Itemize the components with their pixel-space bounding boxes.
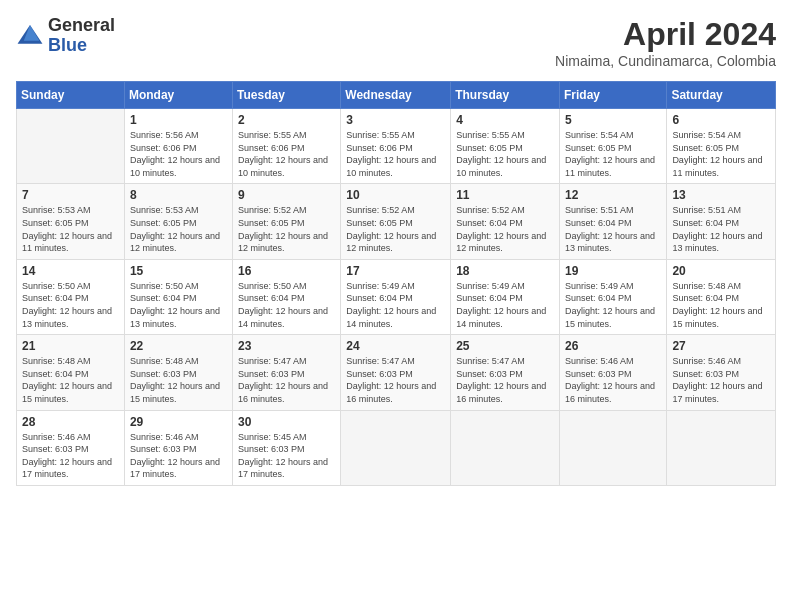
sunrise: Sunrise: 5:48 AM: [672, 281, 741, 291]
calendar-cell: 29 Sunrise: 5:46 AM Sunset: 6:03 PM Dayl…: [124, 410, 232, 485]
daylight: Daylight: 12 hours and 12 minutes.: [456, 231, 546, 254]
calendar-cell: 19 Sunrise: 5:49 AM Sunset: 6:04 PM Dayl…: [559, 259, 666, 334]
sunset: Sunset: 6:04 PM: [22, 369, 89, 379]
day-number: 14: [22, 264, 119, 278]
calendar-cell: 9 Sunrise: 5:52 AM Sunset: 6:05 PM Dayli…: [233, 184, 341, 259]
day-number: 30: [238, 415, 335, 429]
sunrise: Sunrise: 5:52 AM: [238, 205, 307, 215]
sunrise: Sunrise: 5:55 AM: [346, 130, 415, 140]
calendar-cell: 16 Sunrise: 5:50 AM Sunset: 6:04 PM Dayl…: [233, 259, 341, 334]
sunrise: Sunrise: 5:46 AM: [672, 356, 741, 366]
day-number: 1: [130, 113, 227, 127]
calendar-cell: 28 Sunrise: 5:46 AM Sunset: 6:03 PM Dayl…: [17, 410, 125, 485]
calendar-cell: 2 Sunrise: 5:55 AM Sunset: 6:06 PM Dayli…: [233, 109, 341, 184]
sunset: Sunset: 6:03 PM: [22, 444, 89, 454]
sunrise: Sunrise: 5:54 AM: [672, 130, 741, 140]
daylight: Daylight: 12 hours and 11 minutes.: [672, 155, 762, 178]
calendar-cell: 22 Sunrise: 5:48 AM Sunset: 6:03 PM Dayl…: [124, 335, 232, 410]
sunset: Sunset: 6:04 PM: [672, 293, 739, 303]
day-number: 4: [456, 113, 554, 127]
weekday-header-friday: Friday: [559, 82, 666, 109]
day-number: 21: [22, 339, 119, 353]
sunrise: Sunrise: 5:52 AM: [346, 205, 415, 215]
day-info: Sunrise: 5:48 AM Sunset: 6:04 PM Dayligh…: [22, 355, 119, 405]
day-number: 11: [456, 188, 554, 202]
calendar-cell: 24 Sunrise: 5:47 AM Sunset: 6:03 PM Dayl…: [341, 335, 451, 410]
sunrise: Sunrise: 5:50 AM: [130, 281, 199, 291]
location-title: Nimaima, Cundinamarca, Colombia: [555, 53, 776, 69]
day-info: Sunrise: 5:46 AM Sunset: 6:03 PM Dayligh…: [22, 431, 119, 481]
daylight: Daylight: 12 hours and 16 minutes.: [565, 381, 655, 404]
sunrise: Sunrise: 5:55 AM: [456, 130, 525, 140]
day-info: Sunrise: 5:51 AM Sunset: 6:04 PM Dayligh…: [565, 204, 661, 254]
calendar-cell: 3 Sunrise: 5:55 AM Sunset: 6:06 PM Dayli…: [341, 109, 451, 184]
sunrise: Sunrise: 5:46 AM: [22, 432, 91, 442]
day-number: 16: [238, 264, 335, 278]
calendar-cell: 11 Sunrise: 5:52 AM Sunset: 6:04 PM Dayl…: [451, 184, 560, 259]
weekday-header-monday: Monday: [124, 82, 232, 109]
day-info: Sunrise: 5:50 AM Sunset: 6:04 PM Dayligh…: [22, 280, 119, 330]
daylight: Daylight: 12 hours and 12 minutes.: [238, 231, 328, 254]
sunset: Sunset: 6:05 PM: [346, 218, 413, 228]
daylight: Daylight: 12 hours and 10 minutes.: [346, 155, 436, 178]
sunrise: Sunrise: 5:47 AM: [346, 356, 415, 366]
day-info: Sunrise: 5:54 AM Sunset: 6:05 PM Dayligh…: [672, 129, 770, 179]
day-info: Sunrise: 5:46 AM Sunset: 6:03 PM Dayligh…: [130, 431, 227, 481]
day-number: 5: [565, 113, 661, 127]
sunset: Sunset: 6:05 PM: [130, 218, 197, 228]
calendar-week-1: 1 Sunrise: 5:56 AM Sunset: 6:06 PM Dayli…: [17, 109, 776, 184]
day-number: 15: [130, 264, 227, 278]
calendar-cell: 18 Sunrise: 5:49 AM Sunset: 6:04 PM Dayl…: [451, 259, 560, 334]
sunset: Sunset: 6:03 PM: [238, 444, 305, 454]
sunset: Sunset: 6:03 PM: [565, 369, 632, 379]
day-info: Sunrise: 5:52 AM Sunset: 6:05 PM Dayligh…: [346, 204, 445, 254]
sunrise: Sunrise: 5:46 AM: [565, 356, 634, 366]
calendar-cell: 15 Sunrise: 5:50 AM Sunset: 6:04 PM Dayl…: [124, 259, 232, 334]
calendar-cell: 17 Sunrise: 5:49 AM Sunset: 6:04 PM Dayl…: [341, 259, 451, 334]
daylight: Daylight: 12 hours and 15 minutes.: [565, 306, 655, 329]
logo-icon: [16, 22, 44, 50]
daylight: Daylight: 12 hours and 17 minutes.: [130, 457, 220, 480]
calendar-cell: [451, 410, 560, 485]
logo-general: General: [48, 15, 115, 35]
calendar-week-4: 21 Sunrise: 5:48 AM Sunset: 6:04 PM Dayl…: [17, 335, 776, 410]
calendar-cell: 13 Sunrise: 5:51 AM Sunset: 6:04 PM Dayl…: [667, 184, 776, 259]
weekday-header-thursday: Thursday: [451, 82, 560, 109]
weekday-header-wednesday: Wednesday: [341, 82, 451, 109]
logo: General Blue: [16, 16, 115, 56]
daylight: Daylight: 12 hours and 10 minutes.: [456, 155, 546, 178]
daylight: Daylight: 12 hours and 13 minutes.: [22, 306, 112, 329]
sunrise: Sunrise: 5:50 AM: [22, 281, 91, 291]
daylight: Daylight: 12 hours and 11 minutes.: [565, 155, 655, 178]
sunset: Sunset: 6:04 PM: [565, 218, 632, 228]
sunrise: Sunrise: 5:48 AM: [22, 356, 91, 366]
day-number: 12: [565, 188, 661, 202]
sunrise: Sunrise: 5:45 AM: [238, 432, 307, 442]
sunrise: Sunrise: 5:48 AM: [130, 356, 199, 366]
calendar-cell: 5 Sunrise: 5:54 AM Sunset: 6:05 PM Dayli…: [559, 109, 666, 184]
daylight: Daylight: 12 hours and 10 minutes.: [238, 155, 328, 178]
calendar-cell: [667, 410, 776, 485]
day-number: 6: [672, 113, 770, 127]
sunset: Sunset: 6:03 PM: [130, 444, 197, 454]
daylight: Daylight: 12 hours and 13 minutes.: [672, 231, 762, 254]
day-info: Sunrise: 5:50 AM Sunset: 6:04 PM Dayligh…: [238, 280, 335, 330]
sunrise: Sunrise: 5:49 AM: [456, 281, 525, 291]
sunset: Sunset: 6:03 PM: [238, 369, 305, 379]
sunrise: Sunrise: 5:49 AM: [565, 281, 634, 291]
day-number: 7: [22, 188, 119, 202]
calendar-table: SundayMondayTuesdayWednesdayThursdayFrid…: [16, 81, 776, 486]
daylight: Daylight: 12 hours and 10 minutes.: [130, 155, 220, 178]
daylight: Daylight: 12 hours and 14 minutes.: [346, 306, 436, 329]
calendar-cell: 1 Sunrise: 5:56 AM Sunset: 6:06 PM Dayli…: [124, 109, 232, 184]
weekday-header-tuesday: Tuesday: [233, 82, 341, 109]
day-info: Sunrise: 5:52 AM Sunset: 6:04 PM Dayligh…: [456, 204, 554, 254]
sunrise: Sunrise: 5:51 AM: [565, 205, 634, 215]
day-number: 13: [672, 188, 770, 202]
logo-blue: Blue: [48, 35, 87, 55]
day-info: Sunrise: 5:53 AM Sunset: 6:05 PM Dayligh…: [130, 204, 227, 254]
day-number: 28: [22, 415, 119, 429]
daylight: Daylight: 12 hours and 16 minutes.: [238, 381, 328, 404]
daylight: Daylight: 12 hours and 16 minutes.: [456, 381, 546, 404]
calendar-cell: 27 Sunrise: 5:46 AM Sunset: 6:03 PM Dayl…: [667, 335, 776, 410]
